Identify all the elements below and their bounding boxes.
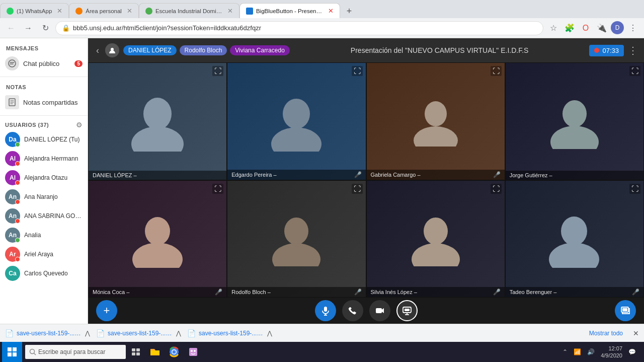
download-file-icon-3: 📄: [187, 329, 196, 337]
account-button[interactable]: D: [611, 21, 624, 34]
taskbar-app-paint[interactable]: [184, 343, 202, 361]
svg-point-15: [272, 243, 320, 266]
user-name: Alejandra Otazu: [24, 174, 83, 181]
download-item-1: 📄 save-users-list-159-....txt ⋀: [5, 329, 90, 337]
chat-publico-item[interactable]: Chat público 5: [0, 53, 88, 74]
gear-icon[interactable]: ⚙: [76, 121, 83, 129]
extensions-button[interactable]: 🔌: [595, 21, 609, 35]
user-item[interactable]: Al Alejandra Otazu: [0, 168, 88, 187]
bookmark-button[interactable]: ☆: [546, 21, 560, 35]
svg-rect-33: [13, 352, 17, 356]
tab-close-icon[interactable]: ✕: [227, 7, 233, 15]
svg-point-12: [145, 217, 170, 245]
systray-clock[interactable]: 12:07 4/9/2020: [599, 344, 624, 360]
download-caret-2[interactable]: ⋀: [176, 330, 181, 337]
extension-button[interactable]: 🧩: [562, 21, 577, 35]
systray-volume-icon[interactable]: 🔊: [585, 347, 597, 356]
user-name: Alejandra Herrmann: [24, 155, 83, 162]
address-bar[interactable]: 🔒 bbb5.unsj.edu.ar/html5client/join?sess…: [55, 21, 543, 35]
download-name-2[interactable]: save-users-list-159-....txt: [108, 330, 173, 337]
back-arrow-icon[interactable]: ‹: [94, 43, 101, 58]
svg-point-17: [412, 243, 460, 266]
expand-icon-4[interactable]: ⛶: [629, 66, 640, 76]
presenter-tag-daniel[interactable]: DANIEL LÓPEZ: [123, 45, 177, 55]
taskbar-app-chrome[interactable]: [165, 343, 183, 361]
video-label-4: Jorge Gutiérrez –: [506, 171, 643, 180]
svg-rect-43: [189, 348, 197, 356]
expand-icon-5[interactable]: ⛶: [212, 184, 223, 194]
user-icon-button[interactable]: [105, 43, 119, 57]
share-screen-button[interactable]: [615, 300, 636, 321]
systray-notification-icon[interactable]: 💬: [626, 347, 638, 356]
app-container: MENSAJES Chat público 5 NOTAS Notas comp…: [0, 38, 644, 324]
user-item[interactable]: An Ana Naranjo: [0, 187, 88, 206]
expand-icon-3[interactable]: ⛶: [491, 66, 502, 76]
taskbar-app-explorer[interactable]: [146, 343, 164, 361]
video-cell-tadeo: ⛶ Tadeo Berenguer – 🎤: [505, 180, 644, 298]
add-button[interactable]: +: [96, 300, 117, 321]
taskbar-search[interactable]: Escribe aquí para buscar: [25, 345, 126, 359]
user-name: Ariel Araya: [24, 251, 83, 258]
tab-bigbluebutton[interactable]: BigBlueButton - Presentaci... ✕: [239, 3, 340, 18]
download-caret-1[interactable]: ⋀: [85, 330, 90, 337]
expand-icon-7[interactable]: ⛶: [491, 184, 502, 194]
user-item[interactable]: An ANA SABRINA GON...: [0, 206, 88, 226]
tab-whatsapp[interactable]: (1) WhatsApp ✕: [0, 3, 69, 18]
users-section: USUARIOS (37) ⚙: [0, 118, 88, 130]
systray-network-icon[interactable]: 📶: [572, 347, 583, 356]
download-item-2: 📄 save-users-list-159-....txt ⋀: [96, 329, 181, 337]
start-button[interactable]: [2, 342, 22, 362]
more-options-icon[interactable]: ⋮: [628, 44, 638, 56]
systray-up-icon[interactable]: ⌃: [560, 347, 570, 356]
user-status-badge: [15, 180, 20, 185]
svg-rect-29: [622, 308, 627, 311]
user-item[interactable]: Da DANIEL LÓPEZ (Tu): [0, 130, 88, 149]
user-item[interactable]: An Analia: [0, 226, 88, 245]
presenter-tag-viviana[interactable]: Viviana Carracedo: [230, 45, 290, 55]
mic-button[interactable]: [315, 300, 336, 321]
video-cell-edgardo: ⛶ Edgardo Pereira – 🎤: [227, 62, 366, 180]
user-status-badge: [15, 161, 20, 166]
svg-rect-39: [136, 352, 140, 355]
expand-icon-2[interactable]: ⛶: [352, 66, 363, 76]
download-caret-3[interactable]: ⋀: [267, 330, 272, 337]
expand-icon-6[interactable]: ⛶: [352, 184, 363, 194]
new-tab-button[interactable]: +: [342, 4, 356, 18]
show-all-button[interactable]: Mostrar todo: [589, 330, 623, 337]
avatar: Da: [5, 132, 20, 147]
phone-button[interactable]: [342, 300, 363, 321]
svg-rect-20: [324, 307, 327, 312]
reload-button[interactable]: ↻: [38, 21, 52, 35]
presenter-tag-rodolfo[interactable]: Rodolfo Bloch: [180, 45, 227, 55]
user-item[interactable]: Ca Carlos Quevedo: [0, 264, 88, 283]
forward-button[interactable]: →: [21, 21, 35, 35]
opera-button[interactable]: O: [579, 21, 593, 35]
tab-close-icon[interactable]: ✕: [328, 7, 334, 15]
search-placeholder: Escribe aquí para buscar: [38, 348, 105, 355]
expand-icon-8[interactable]: ⛶: [629, 184, 640, 194]
close-download-bar-icon[interactable]: ✕: [633, 329, 639, 337]
user-item[interactable]: Al Alejandra Herrmann: [0, 149, 88, 168]
download-file-icon-2: 📄: [96, 329, 105, 337]
tab-close-icon[interactable]: ✕: [57, 7, 62, 15]
svg-rect-36: [132, 348, 135, 351]
back-button[interactable]: ←: [4, 21, 18, 35]
user-list: Da DANIEL LÓPEZ (Tu) Al Alejandra Herrma…: [0, 130, 88, 324]
download-file-icon-1: 📄: [5, 329, 14, 337]
menu-button[interactable]: ⋮: [626, 21, 640, 35]
download-name-1[interactable]: save-users-list-159-....txt: [17, 330, 82, 337]
expand-icon-1[interactable]: ⛶: [212, 66, 223, 76]
tab-label: BigBlueButton - Presentaci...: [256, 8, 323, 14]
screen-share-button[interactable]: [396, 300, 418, 321]
svg-rect-31: [13, 347, 17, 351]
tab-escuela[interactable]: Escuela Industrial Domingo Faus... ✕: [139, 3, 239, 18]
tab-close-icon[interactable]: ✕: [127, 7, 132, 15]
taskbar-app-taskview[interactable]: [127, 343, 145, 361]
download-name-3[interactable]: save-users-list-159-....txt: [199, 330, 264, 337]
svg-point-3: [143, 98, 172, 130]
user-item[interactable]: Ar Ariel Araya: [0, 245, 88, 264]
video-button[interactable]: [369, 300, 390, 321]
notas-compartidas-item[interactable]: Notas compartidas: [0, 92, 88, 112]
tab-area-personal[interactable]: Área personal ✕: [69, 3, 139, 18]
record-button[interactable]: 07:33: [589, 45, 624, 56]
